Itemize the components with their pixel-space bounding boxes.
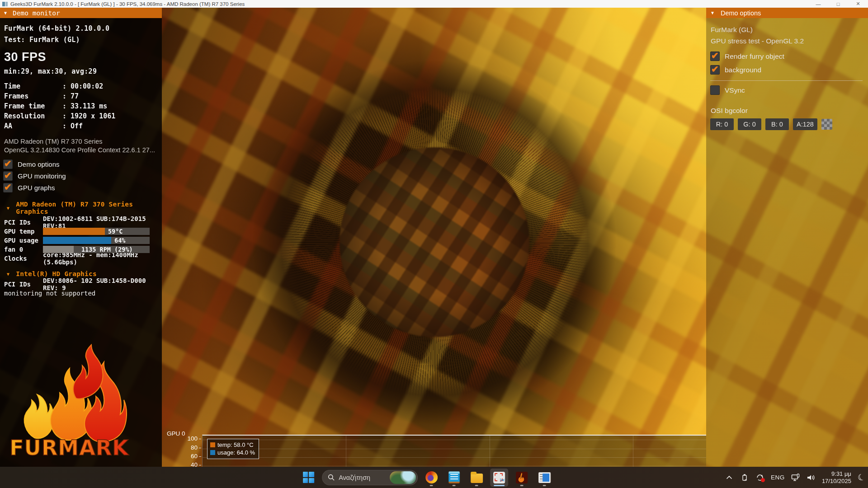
fps-stats: min:29, max:30, avg:29 xyxy=(0,67,162,75)
bgcolor-r-field[interactable]: R: 0 xyxy=(710,118,734,130)
taskbar-notepad[interactable] xyxy=(445,469,463,487)
clocks-row: Clocks core:985MHz - mem:1400MHz (5.6Gbp… xyxy=(0,254,162,263)
taskbar-firefox[interactable] xyxy=(422,469,440,487)
intel-section-header[interactable]: ▼ Intel(R) HD Graphics xyxy=(0,270,162,277)
checkbox-demo-options[interactable]: ✔ Demo options xyxy=(3,160,162,169)
furmark-logo: FURMARK xyxy=(8,344,130,462)
search-placeholder: Αναζήτηση xyxy=(339,474,386,481)
collapse-triangle-icon[interactable]: ▼ xyxy=(710,10,715,15)
options-test-desc: GPU stress test - OpenGL 3.2 xyxy=(710,37,863,45)
legend-temp-text: temp: 58.0 °C xyxy=(217,441,254,448)
tray-sync-icon[interactable] xyxy=(755,473,764,482)
checkbox-label: Demo options xyxy=(18,160,60,168)
stat-value: Off xyxy=(71,122,83,130)
demo-options-title: Demo options xyxy=(721,9,761,17)
bgcolor-a-field[interactable]: A:128 xyxy=(793,118,817,130)
search-icon xyxy=(328,474,335,481)
gpu-temp-bar: 59°C xyxy=(43,228,150,235)
language-indicator[interactable]: ENG xyxy=(771,474,785,481)
night-mode-moon-icon[interactable]: ☾ xyxy=(856,471,867,483)
demo-options-header[interactable]: ▼ Demo options xyxy=(706,8,868,18)
stat-row: Time : 00:00:02 xyxy=(0,81,162,91)
options-test-name: FurMark (GL) xyxy=(710,26,863,34)
taskbar-file-explorer[interactable] xyxy=(467,469,486,487)
maximize-button[interactable]: □ xyxy=(828,0,848,8)
y-tick-label: 100 xyxy=(179,435,198,442)
window-title: Geeks3D FurMark 2.10.0.0 - [ FurMark (GL… xyxy=(10,1,245,7)
legend-temp: temp: 58.0 °C xyxy=(210,441,255,449)
usage-swatch xyxy=(210,450,215,455)
collapse-triangle-icon[interactable]: ▼ xyxy=(4,10,7,15)
collapse-triangle-icon[interactable]: ▼ xyxy=(7,206,9,211)
checkbox-icon: ✔ xyxy=(3,171,13,181)
checkbox-icon: ✔ xyxy=(3,183,13,192)
fan-row: fan 0 1135 RPM (29%) xyxy=(0,245,162,254)
checkbox-icon: ✔ xyxy=(710,52,720,61)
clocks-value: core:985MHz - mem:1400MHz (5.6Gbps) xyxy=(43,251,162,266)
furmark-flame-icon xyxy=(516,472,528,483)
gpu-usage-bar: 64% xyxy=(43,237,150,244)
gpu-name: AMD Radeon (TM) R7 370 Series xyxy=(0,138,162,145)
amd-section-header[interactable]: ▼ AMD Radeon (TM) R7 370 Series Graphics xyxy=(0,201,162,215)
checkbox-label: Render furry object xyxy=(725,52,784,61)
legend-usage-text: usage: 64.0 % xyxy=(217,449,255,456)
taskbar-screenshot-tool[interactable]: ✂ xyxy=(490,469,508,487)
stat-row: Frames : 77 xyxy=(0,91,162,101)
app-icon xyxy=(2,2,8,6)
gpu-usage-row: GPU usage 64% xyxy=(0,236,162,245)
demo-options-panel: ▼ Demo options FurMark (GL) GPU stress t… xyxy=(706,8,868,467)
tray-time: 9:31 μμ xyxy=(822,470,851,478)
checkbox-icon: ✔ xyxy=(3,160,13,169)
stat-value: 1920 x 1061 xyxy=(71,112,115,120)
bgcolor-b-field[interactable]: B: 0 xyxy=(765,118,789,130)
checkbox-label: GPU monitoring xyxy=(18,172,66,180)
search-widget-image[interactable] xyxy=(390,471,416,484)
checkbox-gpu-monitoring[interactable]: ✔ GPU monitoring xyxy=(3,171,162,181)
checkbox-render-furry[interactable]: ✔ Render furry object xyxy=(710,52,863,61)
clock[interactable]: 9:31 μμ 17/10/2025 xyxy=(822,470,851,485)
taskbar: Αναζήτηση ✂ xyxy=(0,467,868,488)
close-button[interactable]: ✕ xyxy=(848,0,868,8)
demo-monitor-header[interactable]: ▼ Demo monitor xyxy=(0,8,162,18)
fan-bar: 1135 RPM (29%) xyxy=(43,246,150,253)
network-icon[interactable] xyxy=(791,473,800,482)
taskbar-furmark[interactable] xyxy=(513,469,531,487)
legend-usage: usage: 64.0 % xyxy=(210,449,255,456)
notification-dot xyxy=(761,478,765,482)
checkbox-vsync[interactable]: VSync xyxy=(710,85,863,95)
tray-chevron-up-icon[interactable] xyxy=(725,473,734,482)
firefox-icon xyxy=(425,471,438,483)
furmark-logo-text: FURMARK xyxy=(9,436,129,460)
temp-swatch xyxy=(210,442,215,447)
osi-bgcolor-label: OSI bgcolor xyxy=(711,107,863,115)
gpu-temp-row: GPU temp 59°C xyxy=(0,227,162,236)
bgcolor-preview-swatch[interactable] xyxy=(821,119,832,130)
checkbox-gpu-graphs[interactable]: ✔ GPU graphs xyxy=(3,183,162,192)
graph-legend: temp: 58.0 °C usage: 64.0 % xyxy=(207,439,259,459)
y-axis: 100 80 60 40 xyxy=(163,429,201,467)
intel-pci-row: PCI IDs DEV:8086- 102 SUB:1458-D000 REV:… xyxy=(0,280,162,289)
furmark-window: Geeks3D FurMark 2.10.0.0 - [ FurMark (GL… xyxy=(0,0,868,488)
screenshot-tool-icon: ✂ xyxy=(493,472,505,483)
search-box[interactable]: Αναζήτηση xyxy=(322,470,418,485)
y-tick-label: 80 xyxy=(179,444,198,451)
gpu-graph: GPU 0 100 80 60 40 temp: 58.0 °C xyxy=(163,429,706,467)
folder-icon xyxy=(471,474,483,483)
checkbox-background[interactable]: ✔ background xyxy=(710,65,863,75)
volume-icon[interactable] xyxy=(807,473,816,482)
notepad-icon xyxy=(448,471,460,483)
app-window-icon xyxy=(538,472,551,483)
windows-logo-icon xyxy=(303,472,314,483)
bgcolor-g-field[interactable]: G: 0 xyxy=(738,118,761,130)
stat-value: 33.113 ms xyxy=(71,102,107,110)
opengl-context: OpenGL 3.2.14830 Core Profile Context 22… xyxy=(0,146,162,154)
minimize-button[interactable]: — xyxy=(808,0,828,8)
amd-pci-row: PCI IDs DEV:1002-6811 SUB:174B-2015 REV:… xyxy=(0,218,162,227)
taskbar-furmark-settings[interactable] xyxy=(535,469,553,487)
donut-core xyxy=(340,147,529,337)
app-version: FurMark (64-bit) 2.10.0.0 xyxy=(0,24,162,33)
start-button[interactable] xyxy=(299,469,317,487)
collapse-triangle-icon[interactable]: ▼ xyxy=(7,272,9,277)
tray-usb-icon[interactable] xyxy=(740,473,749,482)
demo-monitor-panel: ▼ Demo monitor FurMark (64-bit) 2.10.0.0… xyxy=(0,8,162,467)
